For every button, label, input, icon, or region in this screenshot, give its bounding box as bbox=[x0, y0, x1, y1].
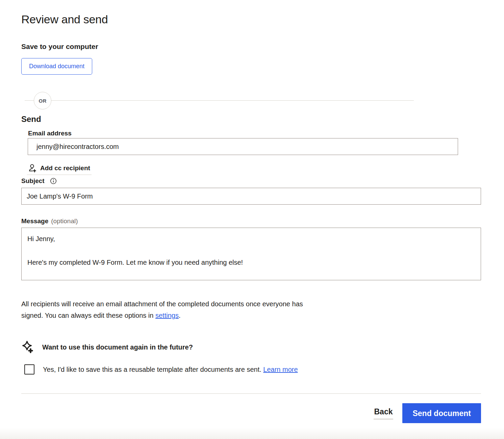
add-cc-recipient-button[interactable]: Add cc recipient bbox=[27, 163, 92, 175]
message-optional-hint: (optional) bbox=[51, 217, 78, 225]
footer-actions: Back Send document bbox=[21, 403, 481, 423]
save-template-checkbox[interactable] bbox=[24, 364, 34, 375]
or-divider: OR bbox=[21, 92, 481, 109]
divider-line bbox=[25, 100, 414, 101]
settings-link[interactable]: settings bbox=[155, 312, 179, 319]
message-label: Message bbox=[21, 217, 48, 225]
learn-more-link[interactable]: Learn more bbox=[263, 366, 298, 373]
send-document-button[interactable]: Send document bbox=[402, 403, 481, 423]
message-textarea[interactable]: Hi Jenny, Here's my completed W-9 Form. … bbox=[21, 228, 481, 280]
template-question-heading: Want to use this document again in the f… bbox=[42, 343, 193, 351]
recipients-notice: All recipients will receive an email att… bbox=[21, 298, 319, 321]
send-section-heading: Send bbox=[21, 114, 481, 124]
save-template-label-text: Yes, I'd like to save this as a reusable… bbox=[43, 366, 263, 373]
footer-divider bbox=[21, 393, 481, 394]
subject-input[interactable] bbox=[21, 188, 481, 205]
page-title: Review and send bbox=[21, 12, 481, 26]
person-plus-icon bbox=[28, 163, 37, 173]
or-badge: OR bbox=[34, 92, 51, 109]
review-and-send-panel: Review and send Save to your computer Do… bbox=[21, 0, 481, 423]
back-button[interactable]: Back bbox=[374, 407, 394, 419]
sparkle-plus-icon bbox=[21, 340, 34, 354]
save-template-label: Yes, I'd like to save this as a reusable… bbox=[43, 365, 298, 374]
save-section-heading: Save to your computer bbox=[21, 42, 481, 51]
page-bottom-fade bbox=[0, 428, 504, 439]
notice-text-after: . bbox=[179, 312, 181, 319]
download-document-button[interactable]: Download document bbox=[21, 58, 92, 75]
info-icon[interactable] bbox=[50, 178, 57, 184]
subject-label: Subject bbox=[21, 177, 45, 185]
email-address-input[interactable] bbox=[28, 138, 458, 155]
email-address-label: Email address bbox=[28, 129, 481, 137]
add-cc-recipient-label: Add cc recipient bbox=[40, 164, 90, 172]
